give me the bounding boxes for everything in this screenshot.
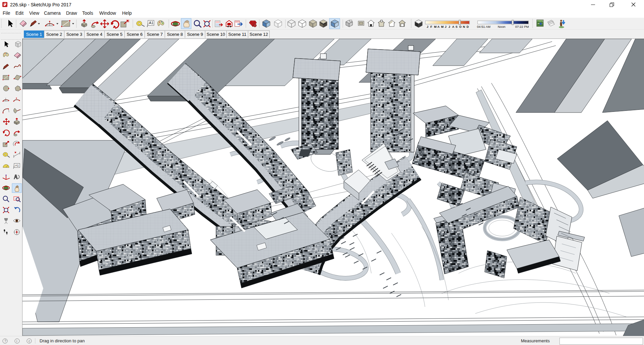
svg-text:J: J xyxy=(448,25,450,28)
svg-text:O: O xyxy=(459,25,462,28)
svg-text:J: J xyxy=(445,25,446,28)
svg-text:A1: A1 xyxy=(15,164,19,167)
svg-text:07:22 PM: 07:22 PM xyxy=(515,25,529,28)
svg-text:i: i xyxy=(16,339,17,343)
svg-text:D: D xyxy=(467,25,469,28)
svg-text:Noon: Noon xyxy=(498,25,505,28)
svg-text:M: M xyxy=(434,25,437,28)
svg-text:A1: A1 xyxy=(149,21,153,25)
svg-text:J: J xyxy=(427,25,428,28)
svg-text:A: A xyxy=(452,25,454,28)
svg-text:N: N xyxy=(463,25,465,28)
svg-text:04:51 AM: 04:51 AM xyxy=(477,25,490,28)
svg-text:?: ? xyxy=(4,339,6,343)
svg-text:S: S xyxy=(455,25,458,28)
svg-text:A: A xyxy=(437,25,440,28)
svg-text:c: c xyxy=(29,339,30,343)
svg-text:M: M xyxy=(441,25,444,28)
svg-text:F: F xyxy=(430,25,432,28)
